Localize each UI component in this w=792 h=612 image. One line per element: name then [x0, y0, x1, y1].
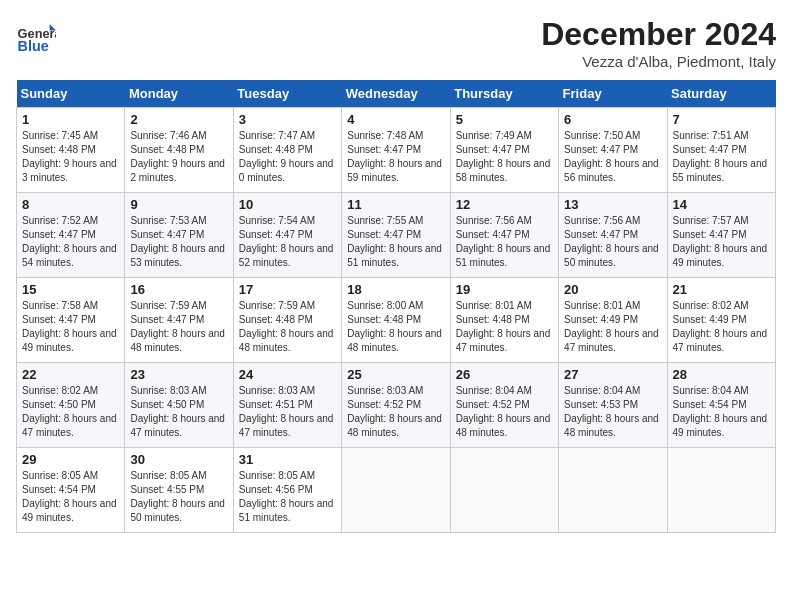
location: Vezza d'Alba, Piedmont, Italy — [541, 53, 776, 70]
day-number: 22 — [22, 367, 119, 382]
day-number: 25 — [347, 367, 444, 382]
weekday-header-thursday: Thursday — [450, 80, 558, 108]
day-cell: 3 Sunrise: 7:47 AMSunset: 4:48 PMDayligh… — [233, 108, 341, 193]
day-number: 17 — [239, 282, 336, 297]
week-row-4: 22 Sunrise: 8:02 AMSunset: 4:50 PMDaylig… — [17, 363, 776, 448]
week-row-3: 15 Sunrise: 7:58 AMSunset: 4:47 PMDaylig… — [17, 278, 776, 363]
day-cell: 10 Sunrise: 7:54 AMSunset: 4:47 PMDaylig… — [233, 193, 341, 278]
day-cell — [559, 448, 667, 533]
day-info: Sunrise: 8:01 AMSunset: 4:49 PMDaylight:… — [564, 300, 659, 353]
day-cell: 2 Sunrise: 7:46 AMSunset: 4:48 PMDayligh… — [125, 108, 233, 193]
week-row-1: 1 Sunrise: 7:45 AMSunset: 4:48 PMDayligh… — [17, 108, 776, 193]
weekday-header-wednesday: Wednesday — [342, 80, 450, 108]
day-cell: 19 Sunrise: 8:01 AMSunset: 4:48 PMDaylig… — [450, 278, 558, 363]
day-info: Sunrise: 8:02 AMSunset: 4:49 PMDaylight:… — [673, 300, 768, 353]
day-number: 4 — [347, 112, 444, 127]
day-info: Sunrise: 8:00 AMSunset: 4:48 PMDaylight:… — [347, 300, 442, 353]
weekday-header-row: SundayMondayTuesdayWednesdayThursdayFrid… — [17, 80, 776, 108]
day-number: 16 — [130, 282, 227, 297]
day-cell: 12 Sunrise: 7:56 AMSunset: 4:47 PMDaylig… — [450, 193, 558, 278]
logo-icon: General Blue — [16, 16, 56, 56]
day-number: 28 — [673, 367, 770, 382]
weekday-header-saturday: Saturday — [667, 80, 775, 108]
day-number: 29 — [22, 452, 119, 467]
day-cell: 21 Sunrise: 8:02 AMSunset: 4:49 PMDaylig… — [667, 278, 775, 363]
day-info: Sunrise: 7:55 AMSunset: 4:47 PMDaylight:… — [347, 215, 442, 268]
weekday-header-monday: Monday — [125, 80, 233, 108]
day-number: 19 — [456, 282, 553, 297]
day-number: 26 — [456, 367, 553, 382]
day-cell: 30 Sunrise: 8:05 AMSunset: 4:55 PMDaylig… — [125, 448, 233, 533]
day-cell: 13 Sunrise: 7:56 AMSunset: 4:47 PMDaylig… — [559, 193, 667, 278]
day-info: Sunrise: 7:51 AMSunset: 4:47 PMDaylight:… — [673, 130, 768, 183]
day-cell — [342, 448, 450, 533]
day-number: 30 — [130, 452, 227, 467]
day-number: 5 — [456, 112, 553, 127]
day-info: Sunrise: 8:04 AMSunset: 4:52 PMDaylight:… — [456, 385, 551, 438]
day-cell: 23 Sunrise: 8:03 AMSunset: 4:50 PMDaylig… — [125, 363, 233, 448]
day-info: Sunrise: 7:50 AMSunset: 4:47 PMDaylight:… — [564, 130, 659, 183]
day-info: Sunrise: 8:01 AMSunset: 4:48 PMDaylight:… — [456, 300, 551, 353]
day-info: Sunrise: 7:52 AMSunset: 4:47 PMDaylight:… — [22, 215, 117, 268]
day-info: Sunrise: 8:05 AMSunset: 4:55 PMDaylight:… — [130, 470, 225, 523]
day-info: Sunrise: 8:05 AMSunset: 4:54 PMDaylight:… — [22, 470, 117, 523]
day-number: 6 — [564, 112, 661, 127]
day-info: Sunrise: 8:05 AMSunset: 4:56 PMDaylight:… — [239, 470, 334, 523]
day-info: Sunrise: 8:03 AMSunset: 4:52 PMDaylight:… — [347, 385, 442, 438]
day-number: 3 — [239, 112, 336, 127]
day-number: 27 — [564, 367, 661, 382]
day-cell: 29 Sunrise: 8:05 AMSunset: 4:54 PMDaylig… — [17, 448, 125, 533]
day-number: 11 — [347, 197, 444, 212]
svg-text:Blue: Blue — [18, 38, 49, 54]
month-title: December 2024 — [541, 16, 776, 53]
day-cell — [667, 448, 775, 533]
week-row-5: 29 Sunrise: 8:05 AMSunset: 4:54 PMDaylig… — [17, 448, 776, 533]
day-info: Sunrise: 8:03 AMSunset: 4:51 PMDaylight:… — [239, 385, 334, 438]
day-number: 9 — [130, 197, 227, 212]
day-cell: 6 Sunrise: 7:50 AMSunset: 4:47 PMDayligh… — [559, 108, 667, 193]
day-info: Sunrise: 8:04 AMSunset: 4:54 PMDaylight:… — [673, 385, 768, 438]
day-info: Sunrise: 8:03 AMSunset: 4:50 PMDaylight:… — [130, 385, 225, 438]
day-cell: 11 Sunrise: 7:55 AMSunset: 4:47 PMDaylig… — [342, 193, 450, 278]
day-cell: 5 Sunrise: 7:49 AMSunset: 4:47 PMDayligh… — [450, 108, 558, 193]
day-cell: 8 Sunrise: 7:52 AMSunset: 4:47 PMDayligh… — [17, 193, 125, 278]
day-info: Sunrise: 7:56 AMSunset: 4:47 PMDaylight:… — [456, 215, 551, 268]
day-number: 7 — [673, 112, 770, 127]
day-cell: 16 Sunrise: 7:59 AMSunset: 4:47 PMDaylig… — [125, 278, 233, 363]
day-cell — [450, 448, 558, 533]
day-number: 20 — [564, 282, 661, 297]
day-cell: 26 Sunrise: 8:04 AMSunset: 4:52 PMDaylig… — [450, 363, 558, 448]
day-number: 14 — [673, 197, 770, 212]
day-number: 2 — [130, 112, 227, 127]
title-block: December 2024 Vezza d'Alba, Piedmont, It… — [541, 16, 776, 70]
day-info: Sunrise: 7:46 AMSunset: 4:48 PMDaylight:… — [130, 130, 225, 183]
day-info: Sunrise: 7:54 AMSunset: 4:47 PMDaylight:… — [239, 215, 334, 268]
day-info: Sunrise: 8:02 AMSunset: 4:50 PMDaylight:… — [22, 385, 117, 438]
day-number: 12 — [456, 197, 553, 212]
day-number: 8 — [22, 197, 119, 212]
day-number: 10 — [239, 197, 336, 212]
weekday-header-friday: Friday — [559, 80, 667, 108]
day-cell: 28 Sunrise: 8:04 AMSunset: 4:54 PMDaylig… — [667, 363, 775, 448]
day-number: 24 — [239, 367, 336, 382]
day-info: Sunrise: 7:59 AMSunset: 4:47 PMDaylight:… — [130, 300, 225, 353]
day-cell: 7 Sunrise: 7:51 AMSunset: 4:47 PMDayligh… — [667, 108, 775, 193]
day-info: Sunrise: 7:47 AMSunset: 4:48 PMDaylight:… — [239, 130, 334, 183]
week-row-2: 8 Sunrise: 7:52 AMSunset: 4:47 PMDayligh… — [17, 193, 776, 278]
day-number: 15 — [22, 282, 119, 297]
logo: General Blue — [16, 16, 60, 56]
weekday-header-sunday: Sunday — [17, 80, 125, 108]
day-number: 31 — [239, 452, 336, 467]
day-cell: 22 Sunrise: 8:02 AMSunset: 4:50 PMDaylig… — [17, 363, 125, 448]
day-cell: 25 Sunrise: 8:03 AMSunset: 4:52 PMDaylig… — [342, 363, 450, 448]
day-cell: 15 Sunrise: 7:58 AMSunset: 4:47 PMDaylig… — [17, 278, 125, 363]
day-cell: 24 Sunrise: 8:03 AMSunset: 4:51 PMDaylig… — [233, 363, 341, 448]
day-info: Sunrise: 7:56 AMSunset: 4:47 PMDaylight:… — [564, 215, 659, 268]
day-cell: 14 Sunrise: 7:57 AMSunset: 4:47 PMDaylig… — [667, 193, 775, 278]
day-number: 13 — [564, 197, 661, 212]
day-number: 21 — [673, 282, 770, 297]
day-info: Sunrise: 7:45 AMSunset: 4:48 PMDaylight:… — [22, 130, 117, 183]
day-cell: 1 Sunrise: 7:45 AMSunset: 4:48 PMDayligh… — [17, 108, 125, 193]
day-info: Sunrise: 7:59 AMSunset: 4:48 PMDaylight:… — [239, 300, 334, 353]
day-info: Sunrise: 7:53 AMSunset: 4:47 PMDaylight:… — [130, 215, 225, 268]
